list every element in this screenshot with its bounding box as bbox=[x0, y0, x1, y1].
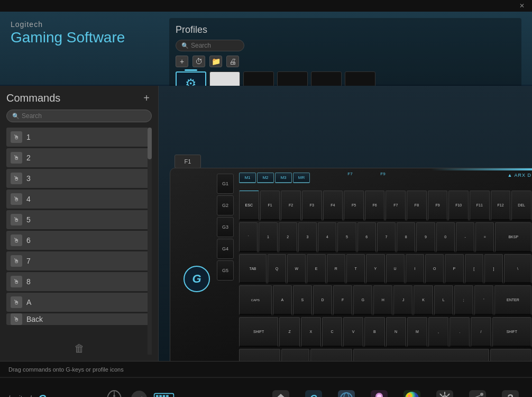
key-g[interactable]: G bbox=[353, 285, 372, 315]
key-7[interactable]: 7 bbox=[377, 222, 396, 252]
scrollbar-thumb[interactable] bbox=[148, 128, 152, 159]
profile-print-button[interactable]: 🖨 bbox=[226, 56, 239, 67]
key-4[interactable]: 4 bbox=[318, 222, 336, 252]
key-a[interactable]: A bbox=[273, 285, 292, 315]
key-8[interactable]: 8 bbox=[397, 222, 415, 252]
list-item[interactable]: 🖱 7 bbox=[6, 251, 152, 270]
key-lbracket[interactable]: [ bbox=[465, 254, 483, 284]
list-item[interactable]: 🖱 5 bbox=[6, 210, 152, 229]
gkey-config-icon-btn[interactable]: G bbox=[300, 385, 327, 397]
key-alt-left[interactable]: ALT bbox=[310, 349, 352, 361]
key-capslock[interactable]: CAPS bbox=[239, 285, 272, 315]
key-slash[interactable]: / bbox=[471, 317, 491, 347]
key-1[interactable]: 1 bbox=[259, 222, 277, 252]
key-comma[interactable]: , bbox=[428, 317, 448, 347]
device-mouse-icon[interactable] bbox=[104, 388, 125, 397]
key-y[interactable]: Y bbox=[366, 254, 384, 284]
profiles-search-box[interactable]: 🔍 bbox=[176, 40, 244, 51]
macro-mr[interactable]: MR bbox=[293, 173, 310, 183]
list-item[interactable]: 🖱 6 bbox=[6, 231, 152, 250]
key-f8[interactable]: F8 bbox=[407, 191, 427, 221]
nav-arrow-left[interactable]: ◀ bbox=[131, 391, 147, 397]
key-t[interactable]: T bbox=[346, 254, 365, 284]
key-shift-left[interactable]: SHIFT bbox=[239, 317, 278, 347]
globe-icon-btn[interactable] bbox=[333, 385, 360, 397]
key-j[interactable]: J bbox=[393, 285, 412, 315]
scrollbar[interactable] bbox=[148, 128, 152, 355]
key-spacebar[interactable] bbox=[353, 349, 489, 361]
key-f12[interactable]: F12 bbox=[491, 191, 511, 221]
key-m[interactable]: M bbox=[407, 317, 427, 347]
key-b[interactable]: B bbox=[364, 317, 384, 347]
gkey-g3[interactable]: G3 bbox=[217, 217, 234, 237]
list-item[interactable]: 🖱 1 bbox=[6, 128, 152, 147]
close-button[interactable]: ✕ bbox=[516, 1, 528, 11]
key-ctrl-left[interactable]: CTRL bbox=[239, 349, 280, 361]
macro-m1[interactable]: M1 bbox=[239, 173, 256, 183]
key-v[interactable]: V bbox=[343, 317, 363, 347]
key-5[interactable]: 5 bbox=[337, 222, 356, 252]
key-f4[interactable]: F4 bbox=[323, 191, 343, 221]
key-z[interactable]: Z bbox=[279, 317, 299, 347]
key-del[interactable]: DEL bbox=[511, 191, 531, 221]
key-tilde[interactable]: ` bbox=[239, 222, 258, 252]
key-l[interactable]: L bbox=[434, 285, 453, 315]
key-equals[interactable]: = bbox=[475, 222, 494, 252]
key-d[interactable]: D bbox=[313, 285, 332, 315]
key-f9[interactable]: F9 bbox=[428, 191, 448, 221]
device-keyboard-icon[interactable] bbox=[153, 388, 175, 397]
commands-search-input[interactable] bbox=[22, 112, 146, 120]
key-quote[interactable]: ' bbox=[474, 285, 493, 315]
key-backslash[interactable]: \ bbox=[504, 254, 531, 284]
key-o[interactable]: O bbox=[425, 254, 444, 284]
key-6[interactable]: 6 bbox=[357, 222, 376, 252]
list-item[interactable]: 🖱 8 bbox=[6, 272, 152, 291]
gkey-g5[interactable]: G5 bbox=[217, 260, 234, 281]
key-9[interactable]: 9 bbox=[416, 222, 435, 252]
macro-m3[interactable]: M3 bbox=[275, 173, 292, 183]
home-icon-btn[interactable] bbox=[268, 385, 294, 397]
profile-folder-button[interactable]: 📁 bbox=[209, 56, 222, 67]
macro-m2[interactable]: M2 bbox=[257, 173, 274, 183]
key-f1[interactable]: F1 bbox=[260, 191, 280, 221]
list-item[interactable]: 🖱 Back bbox=[6, 313, 152, 325]
key-k[interactable]: K bbox=[414, 285, 433, 315]
key-e[interactable]: E bbox=[307, 254, 325, 284]
key-x[interactable]: X bbox=[301, 317, 321, 347]
key-p[interactable]: P bbox=[445, 254, 463, 284]
profile-history-button[interactable]: ⏱ bbox=[192, 56, 205, 67]
key-rbracket[interactable]: ] bbox=[484, 254, 503, 284]
list-item[interactable]: 🖱 A bbox=[6, 293, 152, 312]
gkey-g4[interactable]: G4 bbox=[217, 239, 234, 259]
key-shift-right[interactable]: SHIFT bbox=[492, 317, 531, 347]
list-item[interactable]: 🖱 3 bbox=[6, 169, 152, 188]
gkey-g1[interactable]: G1 bbox=[217, 174, 234, 194]
key-f2[interactable]: F2 bbox=[281, 191, 301, 221]
key-c[interactable]: C bbox=[322, 317, 342, 347]
key-f3[interactable]: F3 bbox=[302, 191, 322, 221]
commands-search-box[interactable]: 🔍 bbox=[6, 110, 152, 122]
delete-button[interactable]: 🗑 bbox=[74, 342, 85, 355]
key-alt-right[interactable]: ALT bbox=[490, 349, 531, 361]
waves-icon-btn[interactable] bbox=[399, 385, 425, 397]
profiles-search-input[interactable] bbox=[191, 42, 239, 49]
gkey-g2[interactable]: G2 bbox=[217, 195, 234, 215]
key-esc[interactable]: ESC bbox=[239, 191, 259, 221]
help-icon-btn[interactable]: ? bbox=[497, 385, 524, 397]
key-f11[interactable]: F11 bbox=[470, 191, 490, 221]
key-i[interactable]: I bbox=[406, 254, 424, 284]
share-icon-btn[interactable] bbox=[464, 385, 491, 397]
list-item[interactable]: 🖱 4 bbox=[6, 190, 152, 209]
key-period[interactable]: . bbox=[450, 317, 470, 347]
commands-add-button[interactable]: + bbox=[141, 92, 152, 104]
key-s[interactable]: S bbox=[293, 285, 312, 315]
key-f5[interactable]: F5 bbox=[344, 191, 364, 221]
key-win[interactable]: ⊞ bbox=[281, 349, 309, 361]
key-f6[interactable]: F6 bbox=[365, 191, 385, 221]
key-2[interactable]: 2 bbox=[279, 222, 297, 252]
gkey-f1-button[interactable]: F1 bbox=[175, 155, 201, 168]
key-h[interactable]: H bbox=[373, 285, 392, 315]
key-f[interactable]: F bbox=[333, 285, 352, 315]
settings-icon-btn[interactable] bbox=[432, 385, 458, 397]
key-q[interactable]: Q bbox=[268, 254, 286, 284]
